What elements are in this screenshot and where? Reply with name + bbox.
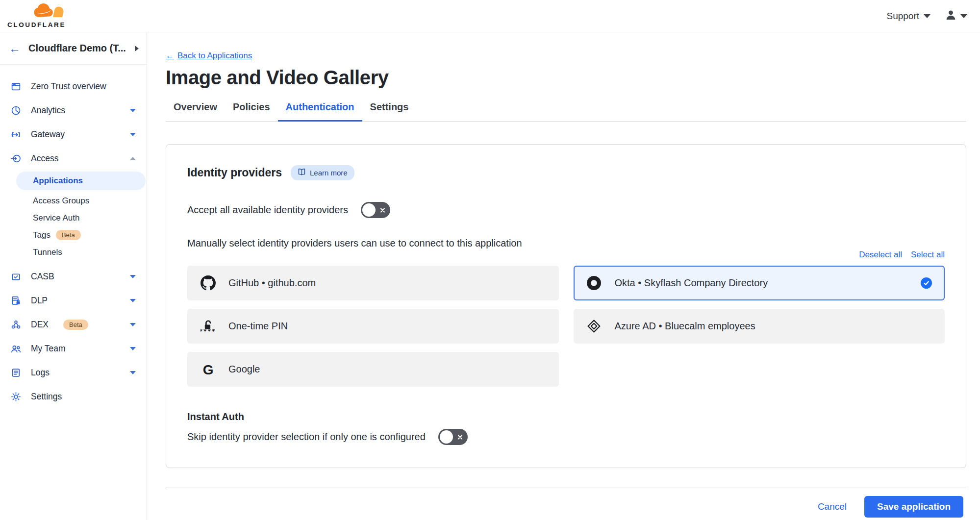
sidebar-item-dex[interactable]: DEX Beta (0, 313, 147, 337)
provider-okta[interactable]: Okta • Skyflash Company Directory (574, 266, 945, 300)
sidebar-item-logs[interactable]: Logs (0, 361, 147, 385)
azure-ad-icon (586, 319, 602, 334)
top-bar: CLOUDFLARE Support (0, 0, 980, 32)
sidebar-item-access[interactable]: Access (0, 147, 147, 171)
gear-icon (10, 392, 22, 402)
sidebar-item-tags[interactable]: Tags Beta (0, 226, 147, 244)
sidebar-item-access-groups[interactable]: Access Groups (0, 192, 147, 209)
provider-google[interactable]: G Google (187, 352, 559, 387)
chevron-down-icon (130, 109, 136, 112)
sidebar-item-label: My Team (31, 344, 66, 354)
github-icon (200, 275, 216, 291)
document-lock-icon (10, 296, 22, 306)
beta-badge: Beta (63, 320, 88, 330)
tab-overview[interactable]: Overview (166, 101, 225, 122)
learn-more-badge[interactable]: Learn more (291, 165, 354, 180)
tab-bar: Overview Policies Authentication Setting… (166, 101, 966, 122)
chevron-right-icon[interactable] (135, 46, 139, 51)
beta-badge: Beta (56, 230, 81, 241)
topbar-actions: Support (886, 9, 967, 23)
card-title: Identity providers (187, 166, 282, 179)
network-nodes-icon (10, 320, 22, 330)
accept-all-toggle[interactable] (361, 202, 390, 218)
instant-auth-toggle[interactable] (438, 429, 468, 445)
accept-all-label: Accept all available identity providers (187, 204, 348, 216)
instant-auth-heading: Instant Auth (187, 411, 945, 422)
account-name: Cloudflare Demo (T... (28, 43, 127, 54)
support-label: Support (886, 11, 919, 22)
chevron-down-icon (130, 347, 136, 350)
deselect-all-link[interactable]: Deselect all (859, 250, 902, 260)
list-document-icon (10, 368, 22, 378)
back-arrow-icon[interactable]: ← (9, 43, 21, 54)
back-arrow-icon: ← (166, 51, 174, 61)
sidebar-item-label: Access Groups (33, 196, 89, 206)
one-time-pin-icon: **** (200, 319, 216, 334)
sidebar-item-casb[interactable]: CASB (0, 265, 147, 289)
toggle-knob (362, 203, 376, 217)
user-menu[interactable] (945, 9, 967, 23)
sidebar-item-analytics[interactable]: Analytics (0, 99, 147, 123)
sidebar-item-tunnels[interactable]: Tunnels (0, 244, 147, 261)
sidebar-item-label: Tunnels (33, 248, 62, 257)
sidebar-item-gateway[interactable]: Gateway (0, 123, 147, 147)
sidebar-item-zero-trust-overview[interactable]: Zero Trust overview (0, 74, 147, 99)
provider-label: One-time PIN (228, 321, 546, 332)
sidebar-item-label: DLP (31, 296, 48, 306)
provider-one-time-pin[interactable]: **** One-time PIN (187, 309, 559, 344)
people-icon (10, 344, 22, 354)
x-icon (379, 207, 386, 213)
chevron-down-icon (130, 133, 136, 136)
sidebar-item-service-auth[interactable]: Service Auth (0, 209, 147, 226)
manual-select-text: Manually select identity providers users… (187, 238, 945, 249)
tab-settings[interactable]: Settings (362, 101, 417, 122)
sidebar-item-dlp[interactable]: DLP (0, 289, 147, 313)
sidebar-item-label: CASB (31, 272, 54, 282)
sidebar-item-label: Logs (31, 368, 50, 378)
gateway-icon (10, 129, 22, 140)
save-application-button[interactable]: Save application (864, 496, 963, 518)
sidebar-item-applications[interactable]: Applications (16, 172, 146, 190)
sidebar-item-label: Settings (31, 392, 62, 402)
back-to-applications-link[interactable]: ← Back to Applications (166, 51, 252, 61)
tab-policies[interactable]: Policies (225, 101, 278, 122)
chevron-down-icon (130, 299, 136, 302)
sidebar-item-settings[interactable]: Settings (0, 385, 147, 409)
google-icon: G (200, 362, 216, 377)
sidebar-item-my-team[interactable]: My Team (0, 337, 147, 361)
tab-authentication[interactable]: Authentication (278, 101, 362, 122)
main-content: ← Back to Applications Image and Video G… (147, 32, 980, 520)
support-menu[interactable]: Support (886, 11, 930, 22)
toggle-knob (440, 430, 453, 444)
sidebar-item-label: Access (31, 153, 58, 164)
cloudflare-logo[interactable]: CLOUDFLARE (7, 3, 72, 28)
provider-label: Azure AD • Bluecalm employees (615, 321, 932, 332)
sidebar-item-label: Zero Trust overview (31, 81, 106, 92)
provider-grid: GitHub • github.com Okta • Skyflash Comp… (187, 266, 945, 387)
identity-providers-card: Identity providers Learn more Accept all… (166, 144, 966, 468)
casb-icon (10, 272, 22, 282)
chevron-down-icon (130, 371, 136, 374)
window-icon (10, 81, 22, 92)
okta-icon (586, 275, 602, 291)
selected-check-icon (921, 277, 932, 289)
x-icon (457, 434, 463, 440)
select-all-link[interactable]: Select all (911, 250, 945, 260)
provider-github[interactable]: GitHub • github.com (187, 266, 559, 300)
back-link-label: Back to Applications (177, 51, 252, 61)
chevron-up-icon (130, 157, 136, 160)
footer-actions: Cancel Save application (166, 488, 966, 518)
sidebar-item-label: DEX (31, 320, 49, 330)
svg-text:****: **** (201, 327, 216, 334)
provider-label: GitHub • github.com (228, 277, 546, 289)
svg-text:G: G (202, 362, 213, 377)
provider-label: Google (228, 364, 546, 375)
access-subnav: Applications Access Groups Service Auth … (0, 171, 147, 265)
pie-chart-icon (10, 105, 22, 116)
cancel-button[interactable]: Cancel (818, 501, 847, 512)
chevron-down-icon (924, 14, 930, 18)
account-switcher[interactable]: ← Cloudflare Demo (T... (0, 32, 147, 65)
provider-azure-ad[interactable]: Azure AD • Bluecalm employees (574, 309, 945, 344)
cloudflare-wordmark: CLOUDFLARE (7, 21, 72, 28)
sidebar-item-label: Applications (33, 176, 83, 186)
